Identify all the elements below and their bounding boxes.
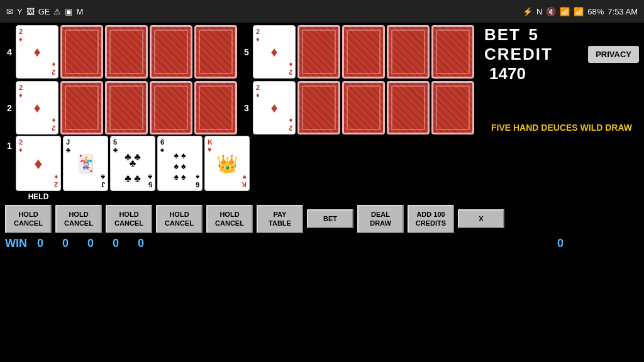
hand-number-4: 4: [5, 47, 14, 57]
card-2-2: [60, 81, 103, 134]
win-label: WIN: [5, 237, 27, 250]
gmail-icon: M: [76, 7, 83, 16]
card-3-3: [342, 81, 385, 134]
credit-value: 1470: [489, 64, 526, 83]
hand-row-5: 5 2♦ ♦ 2♦: [242, 25, 474, 79]
bottom-buttons: HOLDCANCEL HOLDCANCEL HOLDCANCEL HOLDCAN…: [5, 205, 639, 233]
right-hand-group: 5 2♦ ♦ 2♦ 3 2♦ ♦ 2♦: [242, 25, 474, 134]
card-2-3: [105, 81, 148, 134]
bet-label: BET: [484, 25, 521, 44]
card-5-1: 2♦ ♦ 2♦: [253, 25, 296, 79]
wifi-icon: 📶: [560, 7, 570, 16]
hand1-card-2[interactable]: J♣ 🃏 J♣: [63, 136, 108, 191]
nfc-icon: N: [536, 7, 542, 16]
hand1-card-3[interactable]: 5♣ ♣ ♣ ♣ ♣ ♣ 5♣: [110, 136, 155, 191]
yahoo-icon: Y: [17, 7, 23, 16]
mail-icon: ✉: [6, 7, 13, 16]
game-title: FIVE HAND DEUCES WILD DRAW: [484, 121, 639, 134]
card-5-2: [297, 25, 340, 79]
game-area: 4 2♦ ♦ 2♦ 2 2♦ ♦ 2♦: [0, 23, 644, 362]
mute-icon: 🔇: [546, 7, 556, 16]
box-icon: ▣: [65, 7, 72, 16]
bet-value: 5: [528, 25, 537, 44]
card-3-5: [431, 81, 474, 134]
card-3-4: [387, 81, 430, 134]
card-5-4: [387, 25, 430, 79]
hand-row-4: 4 2♦ ♦ 2♦: [5, 25, 237, 79]
held-label-1: HELD: [28, 192, 49, 201]
hand-number-3: 3: [242, 103, 251, 113]
ge-icon: GE: [38, 7, 50, 16]
card-5-5: [431, 25, 474, 79]
hand-row-3: 3 2♦ ♦ 2♦: [242, 81, 474, 134]
win-value-1: 0: [37, 237, 43, 250]
win-value-3: 0: [87, 237, 94, 250]
pay-table-button[interactable]: PAYTABLE: [257, 205, 303, 233]
card-2-4: [150, 81, 192, 134]
bet-button[interactable]: BET: [307, 209, 353, 228]
bluetooth-icon: ⚡: [523, 7, 533, 16]
time-display: 7:53 AM: [608, 7, 638, 16]
left-hand-group: 4 2♦ ♦ 2♦ 2 2♦ ♦ 2♦: [5, 25, 237, 134]
card-3-2: [297, 81, 340, 134]
card-2-5: [194, 81, 237, 134]
hand1-card-1[interactable]: 2♦ ♦ 2♦: [16, 136, 61, 191]
hand-number-1: 1: [5, 141, 14, 151]
status-bar: ✉ Y 🖼 GE ⚠ ▣ M ⚡ N 🔇 📶 📶 68% 7:53 AM: [0, 0, 644, 23]
hand1-card-4[interactable]: 6♠ ♠ ♠ ♠ ♠ ♠ ♠ 6♠: [157, 136, 203, 191]
hold-cancel-4-button[interactable]: HOLDCANCEL: [156, 205, 203, 233]
hold-cancel-3-button[interactable]: HOLDCANCEL: [106, 205, 152, 233]
card-4-1: 2♦ ♦ 2♦: [16, 25, 58, 79]
card-4-5: [194, 25, 237, 79]
status-icons-left: ✉ Y 🖼 GE ⚠ ▣ M: [6, 7, 83, 16]
hand-row-2: 2 2♦ ♦ 2♦: [5, 81, 237, 134]
card-4-4: [150, 25, 192, 79]
hand-number-2: 2: [5, 103, 14, 113]
credit-label: CREDIT: [484, 45, 553, 63]
win-value-right: 0: [557, 237, 564, 250]
hold-cancel-5-button[interactable]: HOLDCANCEL: [206, 205, 253, 233]
signal-icon: 📶: [574, 7, 584, 16]
bet-credit-display: BET 5 CREDIT 1470: [484, 25, 588, 84]
hold-cancel-2-button[interactable]: HOLDCANCEL: [55, 205, 102, 233]
win-value-2: 0: [62, 237, 69, 250]
hand1-card-5[interactable]: K♥ 👑 K♥: [204, 136, 250, 191]
deal-draw-button[interactable]: DEALDRAW: [357, 205, 404, 233]
add-credits-button[interactable]: ADD 100CREDITS: [408, 205, 454, 233]
win-row: WIN 0 0 0 0 0 0: [5, 236, 639, 251]
alert-icon: ⚠: [53, 7, 61, 16]
privacy-button[interactable]: PRIVACY: [588, 46, 639, 63]
status-icons-right: ⚡ N 🔇 📶 📶 68% 7:53 AM: [523, 7, 638, 16]
card-4-2: [60, 25, 103, 79]
card-5-3: [342, 25, 385, 79]
card-2-1: 2♦ ♦ 2♦: [16, 81, 58, 134]
hand-number-5: 5: [242, 47, 251, 57]
hold-cancel-1-button[interactable]: HOLDCANCEL: [5, 205, 52, 233]
battery-level: 68%: [587, 7, 604, 16]
x-button[interactable]: X: [458, 209, 504, 228]
win-value-4: 0: [113, 237, 119, 250]
card-4-3: [105, 25, 148, 79]
win-value-5: 0: [138, 237, 144, 250]
card-3-1: 2♦ ♦ 2♦: [253, 81, 296, 134]
image-icon: 🖼: [26, 7, 35, 16]
